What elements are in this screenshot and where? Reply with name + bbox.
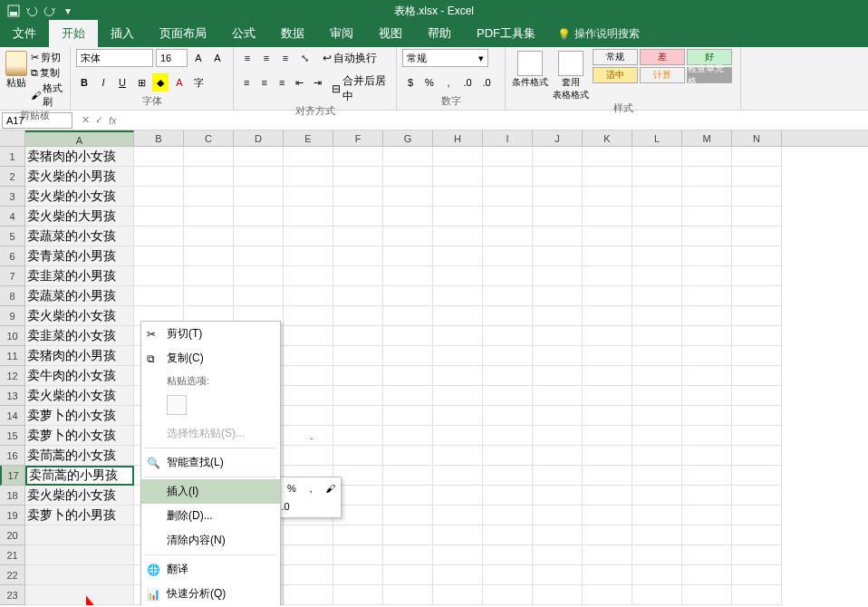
cell[interactable] — [433, 486, 483, 506]
cell[interactable] — [383, 386, 433, 406]
cell[interactable] — [533, 506, 583, 525]
style-calc[interactable]: 计算 — [640, 67, 685, 83]
row-header[interactable]: 12 — [0, 366, 25, 386]
ctx-cut[interactable]: ✂剪切(T) — [141, 322, 280, 346]
cell[interactable] — [533, 466, 583, 486]
cell[interactable] — [333, 346, 383, 366]
cell[interactable] — [583, 346, 632, 366]
cell[interactable] — [333, 187, 383, 207]
cell-styles-gallery[interactable]: 常规 差 好 适中 计算 检查单元格 — [593, 49, 735, 83]
cell[interactable]: 卖萝卜的小男孩 — [25, 506, 134, 525]
cell[interactable] — [583, 406, 632, 426]
cell[interactable] — [533, 426, 583, 446]
cell[interactable] — [533, 167, 583, 187]
cell[interactable] — [333, 406, 383, 426]
align-middle-icon[interactable]: ≡ — [258, 49, 275, 67]
row-header[interactable]: 2 — [0, 167, 25, 187]
tab-pdf[interactable]: PDF工具集 — [464, 20, 548, 47]
cell[interactable] — [134, 207, 184, 226]
row-header[interactable]: 19 — [0, 506, 25, 525]
cell[interactable] — [632, 506, 682, 525]
col-header-I[interactable]: I — [483, 130, 533, 146]
name-box[interactable]: A17 — [2, 112, 72, 129]
cell[interactable] — [732, 525, 782, 545]
cell[interactable] — [383, 346, 433, 366]
cell[interactable] — [383, 426, 433, 446]
cell[interactable] — [632, 246, 682, 266]
mini-percent-icon[interactable]: % — [284, 480, 300, 496]
cell[interactable] — [184, 207, 234, 226]
cell[interactable] — [284, 565, 333, 585]
cell[interactable] — [433, 167, 483, 187]
cell[interactable] — [234, 246, 284, 266]
col-header-N[interactable]: N — [732, 130, 782, 146]
cell[interactable] — [632, 525, 682, 545]
cell[interactable] — [583, 525, 632, 545]
col-header-M[interactable]: M — [682, 130, 732, 146]
style-neutral[interactable]: 适中 — [593, 67, 638, 83]
row-header[interactable]: 8 — [0, 286, 25, 306]
row-header[interactable]: 23 — [0, 585, 25, 605]
tab-help[interactable]: 帮助 — [415, 20, 464, 47]
cell[interactable] — [383, 585, 433, 605]
cell[interactable] — [383, 187, 433, 207]
cell[interactable] — [333, 306, 383, 326]
cell[interactable] — [632, 207, 682, 226]
format-painter-button[interactable]: 🖌格式刷 — [31, 82, 64, 109]
cell[interactable] — [583, 207, 632, 226]
cell[interactable] — [184, 226, 234, 246]
cell[interactable] — [433, 446, 483, 466]
cell[interactable] — [632, 286, 682, 306]
row-header[interactable]: 4 — [0, 207, 25, 226]
row-header[interactable]: 10 — [0, 326, 25, 346]
undo-icon[interactable] — [25, 5, 38, 17]
cell[interactable] — [632, 266, 682, 286]
row-header[interactable]: 11 — [0, 346, 25, 366]
cell[interactable] — [732, 187, 782, 207]
cell[interactable] — [583, 486, 632, 506]
fx-icon[interactable]: fx — [109, 115, 117, 126]
cell[interactable] — [533, 366, 583, 386]
cell[interactable] — [284, 207, 333, 226]
row-header[interactable]: 1 — [0, 147, 25, 167]
cell[interactable] — [433, 147, 483, 167]
cell[interactable] — [383, 207, 433, 226]
cell[interactable] — [583, 266, 632, 286]
decrease-font-icon[interactable]: A — [209, 49, 226, 67]
cell[interactable]: 卖青菜的小男孩 — [25, 246, 134, 266]
cell[interactable] — [483, 386, 533, 406]
cell[interactable] — [682, 346, 732, 366]
cell[interactable]: 卖火柴的小女孩 — [25, 187, 134, 207]
cell[interactable] — [483, 506, 533, 525]
cell[interactable] — [25, 565, 134, 585]
font-name-dropdown[interactable]: 宋体 — [76, 49, 153, 67]
cell[interactable] — [25, 585, 134, 605]
cell[interactable] — [632, 366, 682, 386]
cell[interactable] — [483, 466, 533, 486]
cell[interactable] — [483, 246, 533, 266]
cell[interactable] — [333, 366, 383, 386]
cell[interactable] — [333, 446, 383, 466]
cell[interactable] — [483, 486, 533, 506]
col-header-F[interactable]: F — [333, 130, 383, 146]
cell[interactable] — [333, 326, 383, 346]
cell[interactable] — [383, 167, 433, 187]
cell[interactable] — [483, 366, 533, 386]
cell[interactable]: 卖萝卜的小女孩 — [25, 406, 134, 426]
cell[interactable] — [533, 326, 583, 346]
cell[interactable] — [583, 167, 632, 187]
cell[interactable] — [632, 486, 682, 506]
cell[interactable] — [583, 286, 632, 306]
cell[interactable] — [134, 147, 184, 167]
cell[interactable] — [134, 246, 184, 266]
cell[interactable] — [732, 286, 782, 306]
tab-review[interactable]: 审阅 — [317, 20, 366, 47]
cell[interactable] — [632, 346, 682, 366]
cell[interactable] — [383, 506, 433, 525]
cell[interactable] — [632, 406, 682, 426]
merge-center-button[interactable]: ⊟合并后居中 — [332, 73, 391, 104]
cell[interactable] — [583, 466, 632, 486]
paste-button[interactable]: 粘贴 — [5, 49, 27, 90]
table-format-button[interactable]: 套用 表格格式 — [552, 49, 589, 101]
cell[interactable] — [383, 486, 433, 506]
